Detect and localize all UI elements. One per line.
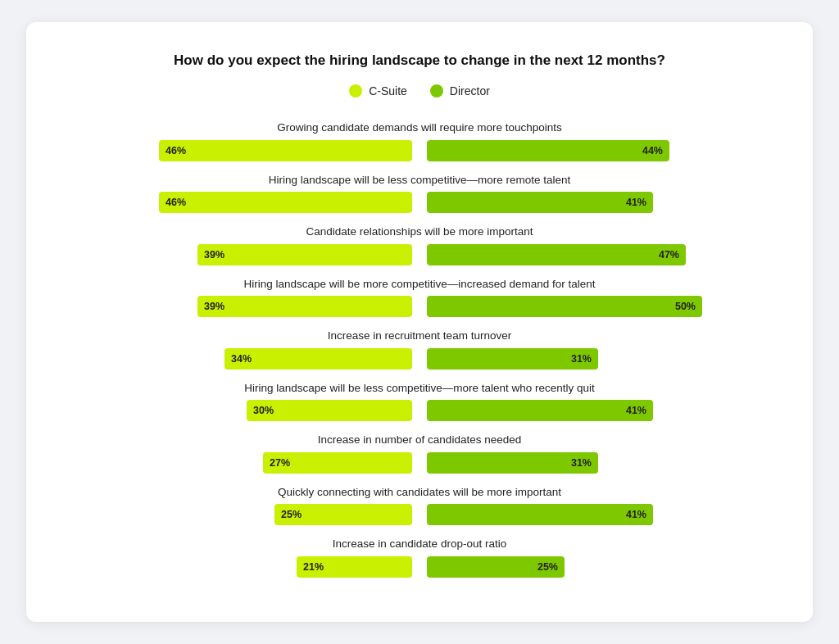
- csuite-bar: 39%: [197, 244, 412, 265]
- bars-row: 34%31%: [66, 348, 773, 370]
- director-bar-wrap: 41%: [427, 400, 773, 421]
- group-label: Increase in candidate drop-out ratio: [66, 537, 773, 551]
- chart-area: Growing candidate demands will require m…: [66, 120, 773, 589]
- chart-group: Increase in candidate drop-out ratio21%2…: [66, 537, 773, 578]
- group-label: Hiring landscape will be more competitiv…: [66, 277, 773, 292]
- bars-row: 46%44%: [66, 140, 773, 161]
- bar-divider: [419, 556, 420, 578]
- csuite-bar-wrap: 25%: [66, 504, 412, 525]
- group-label: Hiring landscape will be less competitiv…: [66, 381, 773, 396]
- group-label: Growing candidate demands will require m…: [66, 120, 773, 135]
- chart-group: Increase in recruitment team turnover34%…: [66, 329, 773, 370]
- csuite-bar-wrap: 27%: [66, 452, 412, 474]
- group-label: Increase in recruitment team turnover: [66, 329, 773, 343]
- csuite-bar: 21%: [297, 556, 412, 578]
- bar-divider: [419, 296, 420, 317]
- csuite-bar-wrap: 46%: [66, 192, 412, 213]
- bars-row: 46%41%: [66, 192, 773, 213]
- director-bar-wrap: 41%: [427, 192, 773, 213]
- csuite-bar-wrap: 46%: [66, 140, 412, 161]
- director-bar-wrap: 41%: [427, 504, 773, 525]
- bar-divider: [419, 140, 420, 161]
- chart-title: How do you expect the hiring landscape t…: [66, 52, 773, 70]
- director-bar: 31%: [427, 452, 598, 474]
- csuite-bar: 34%: [224, 348, 412, 370]
- csuite-bar: 27%: [263, 452, 412, 474]
- csuite-bar: 30%: [247, 400, 412, 421]
- bars-row: 30%41%: [66, 400, 773, 421]
- bar-divider: [419, 348, 420, 370]
- bar-divider: [419, 504, 420, 525]
- bar-divider: [419, 400, 420, 421]
- csuite-bar-wrap: 39%: [66, 244, 412, 265]
- bars-row: 25%41%: [66, 504, 773, 525]
- csuite-bar-wrap: 30%: [66, 400, 412, 421]
- bar-divider: [419, 244, 420, 265]
- csuite-bar-wrap: 34%: [66, 348, 412, 370]
- director-bar: 41%: [427, 504, 653, 525]
- bars-row: 39%47%: [66, 244, 773, 265]
- csuite-bar: 39%: [197, 296, 412, 317]
- chart-group: Growing candidate demands will require m…: [66, 120, 773, 161]
- legend: C-Suite Director: [66, 84, 773, 98]
- director-label: Director: [450, 84, 490, 98]
- chart-group: Hiring landscape will be less competitiv…: [66, 381, 773, 422]
- director-bar: 44%: [427, 140, 669, 161]
- csuite-label: C-Suite: [369, 84, 407, 98]
- csuite-bar-wrap: 21%: [66, 556, 412, 578]
- group-label: Candidate relationships will be more imp…: [66, 224, 773, 239]
- chart-card: How do you expect the hiring landscape t…: [26, 22, 813, 622]
- director-dot: [430, 84, 443, 98]
- csuite-bar: 46%: [159, 140, 412, 161]
- bar-divider: [419, 192, 420, 213]
- director-bar: 41%: [427, 192, 653, 213]
- director-bar: 47%: [427, 244, 686, 265]
- bars-row: 21%25%: [66, 556, 773, 578]
- director-bar-wrap: 31%: [427, 452, 773, 474]
- director-bar-wrap: 31%: [427, 348, 773, 370]
- bar-divider: [419, 452, 420, 474]
- director-bar: 31%: [427, 348, 598, 370]
- chart-group: Hiring landscape will be less competitiv…: [66, 173, 773, 214]
- legend-csuite: C-Suite: [349, 84, 407, 98]
- bars-row: 39%50%: [66, 296, 773, 317]
- director-bar: 41%: [427, 400, 653, 421]
- group-label: Increase in number of candidates needed: [66, 433, 773, 447]
- chart-group: Increase in number of candidates needed2…: [66, 433, 773, 474]
- bars-row: 27%31%: [66, 452, 773, 474]
- director-bar: 25%: [427, 556, 565, 578]
- legend-director: Director: [430, 84, 490, 98]
- csuite-dot: [349, 84, 362, 98]
- csuite-bar-wrap: 39%: [66, 296, 412, 317]
- chart-group: Candidate relationships will be more imp…: [66, 224, 773, 265]
- chart-group: Hiring landscape will be more competitiv…: [66, 277, 773, 318]
- director-bar: 50%: [427, 296, 702, 317]
- director-bar-wrap: 50%: [427, 296, 773, 317]
- csuite-bar: 46%: [159, 192, 412, 213]
- group-label: Hiring landscape will be less competitiv…: [66, 173, 773, 188]
- csuite-bar: 25%: [274, 504, 412, 525]
- director-bar-wrap: 44%: [427, 140, 773, 161]
- group-label: Quickly connecting with candidates will …: [66, 485, 773, 500]
- director-bar-wrap: 47%: [427, 244, 773, 265]
- chart-group: Quickly connecting with candidates will …: [66, 485, 773, 526]
- director-bar-wrap: 25%: [427, 556, 773, 578]
